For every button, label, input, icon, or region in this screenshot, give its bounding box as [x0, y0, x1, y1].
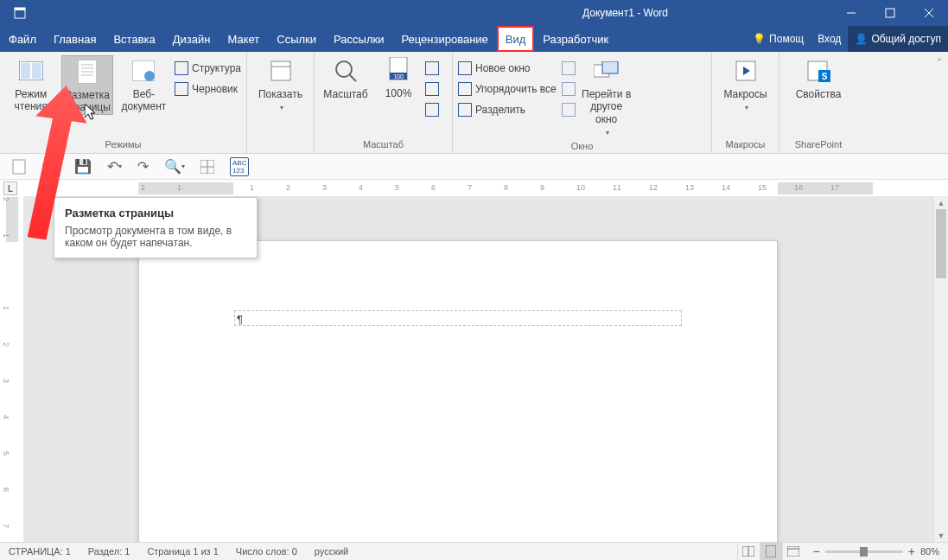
reset-window-button[interactable]	[562, 100, 576, 119]
group-label-views: Режимы	[0, 139, 246, 153]
web-layout-button[interactable]: Веб- документ	[118, 55, 169, 113]
qat-open-button[interactable]: 📂	[41, 158, 59, 175]
zoom-out-button[interactable]: −	[813, 544, 820, 558]
tab-developer[interactable]: Разработчик	[534, 26, 617, 52]
status-word-count[interactable]: Число слов: 0	[227, 546, 306, 557]
close-button[interactable]	[909, 0, 948, 26]
ribbon-tabs: Файл Главная Вставка Дизайн Макет Ссылки…	[0, 26, 948, 52]
zoom-level[interactable]: 80%	[920, 546, 939, 557]
group-label-macros: Макросы	[712, 139, 779, 153]
outline-button[interactable]: Структура	[175, 59, 241, 78]
page[interactable]: ¶	[138, 240, 778, 542]
multi-page-button[interactable]	[425, 80, 439, 99]
outline-icon	[175, 61, 188, 75]
read-mode-button[interactable]: Режим чтения	[5, 55, 56, 113]
show-icon	[267, 57, 295, 85]
view-web-layout-button[interactable]	[782, 543, 805, 561]
properties-button[interactable]: S Свойства	[792, 55, 844, 100]
tab-selector[interactable]: L	[3, 181, 17, 195]
switch-windows-icon	[593, 57, 620, 85]
svg-rect-3	[886, 9, 894, 17]
qat-undo-button[interactable]: ↶ ▾	[107, 158, 122, 175]
one-page-button[interactable]	[425, 59, 439, 78]
print-layout-button[interactable]: Разметка страницы	[61, 55, 112, 115]
collapse-ribbon-button[interactable]: ⌃	[936, 57, 943, 67]
multi-page-icon	[425, 82, 439, 96]
view-print-layout-button[interactable]	[760, 543, 782, 561]
sync-scroll-button[interactable]	[562, 80, 576, 99]
svg-text:S: S	[822, 72, 828, 81]
ribbon-display-options[interactable]	[0, 0, 39, 26]
zoom-100-button[interactable]: 100 100%	[377, 55, 420, 100]
qat-spelling-button[interactable]: ABC123	[230, 157, 249, 176]
split-icon	[458, 103, 472, 117]
page-width-button[interactable]	[425, 100, 439, 119]
zoom-button[interactable]: Масштаб	[320, 55, 372, 100]
qat-save-button[interactable]: 💾	[74, 158, 92, 175]
tab-review[interactable]: Рецензирование	[392, 26, 496, 52]
scroll-up-button[interactable]: ▲	[934, 197, 948, 209]
reset-window-icon	[562, 103, 576, 117]
qat-table-button[interactable]	[200, 160, 214, 174]
qat-new-button[interactable]	[12, 159, 26, 175]
tab-view[interactable]: Вид	[497, 26, 535, 52]
lightbulb-icon: 💡	[753, 33, 766, 45]
read-mode-icon	[17, 57, 45, 85]
vertical-ruler[interactable]: 211234567	[0, 197, 24, 542]
zoom-in-button[interactable]: +	[908, 544, 915, 558]
svg-rect-30	[13, 160, 25, 174]
tab-insert[interactable]: Вставка	[105, 26, 163, 52]
group-label-sharepoint: SharePoint	[779, 139, 857, 153]
maximize-button[interactable]	[870, 0, 909, 26]
draft-button[interactable]: Черновик	[175, 80, 241, 99]
scroll-thumb[interactable]	[936, 209, 946, 278]
vertical-scrollbar[interactable]: ▲ ▼	[933, 197, 948, 542]
share-button[interactable]: 👤Общий доступ	[848, 26, 948, 52]
view-read-mode-button[interactable]	[737, 543, 760, 561]
new-window-button[interactable]: Новое окно	[458, 59, 557, 78]
tooltip: Разметка страницы Просмотр документа в т…	[54, 197, 258, 258]
tell-me[interactable]: 💡Помощ	[746, 33, 811, 45]
text-area[interactable]: ¶	[234, 310, 682, 326]
tooltip-body: Просмотр документа в том виде, в каком о…	[65, 225, 246, 249]
tab-design[interactable]: Дизайн	[164, 26, 220, 52]
zoom-100-icon: 100	[388, 57, 409, 84]
tab-references[interactable]: Ссылки	[268, 26, 325, 52]
web-layout-icon	[130, 57, 157, 85]
svg-rect-16	[271, 61, 290, 80]
scroll-down-button[interactable]: ▼	[934, 530, 948, 542]
status-language[interactable]: русский	[306, 546, 357, 557]
status-section[interactable]: Раздел: 1	[80, 546, 139, 557]
svg-rect-39	[787, 546, 799, 557]
window-title: Документ1 - Word	[419, 7, 831, 19]
properties-icon: S	[805, 57, 832, 85]
status-page[interactable]: СТРАНИЦА: 1	[0, 546, 80, 557]
group-macros: Макросы Макросы	[712, 52, 779, 153]
sign-in[interactable]: Вход	[811, 33, 848, 45]
svg-rect-1	[15, 8, 25, 10]
draft-icon	[175, 82, 188, 96]
svg-text:100: 100	[393, 73, 404, 80]
minimize-button[interactable]	[831, 0, 870, 26]
show-button[interactable]: Показать	[255, 55, 307, 112]
qat-redo-button[interactable]: ↷	[137, 158, 149, 175]
svg-rect-7	[21, 63, 30, 79]
svg-point-18	[336, 61, 352, 77]
macros-button[interactable]: Макросы	[720, 55, 772, 112]
tab-mailings[interactable]: Рассылки	[325, 26, 392, 52]
svg-rect-38	[766, 545, 776, 557]
group-label-window: Окно	[453, 141, 711, 155]
status-page-of[interactable]: Страница 1 из 1	[138, 546, 226, 557]
qat-print-preview-button[interactable]: 🔍▾	[164, 158, 185, 175]
group-label-zoom: Масштаб	[315, 139, 452, 153]
arrange-all-button[interactable]: Упорядочить все	[458, 80, 557, 99]
horizontal-ruler[interactable]: 211234567891011121314151617	[24, 180, 948, 197]
tab-file[interactable]: Файл	[0, 26, 45, 52]
switch-windows-button[interactable]: Перейти в другое окно	[581, 55, 633, 137]
zoom-slider[interactable]	[825, 550, 903, 553]
split-button[interactable]: Разделить	[458, 100, 557, 119]
tab-home[interactable]: Главная	[45, 26, 105, 52]
svg-rect-24	[602, 61, 618, 73]
tab-layout[interactable]: Макет	[219, 26, 268, 52]
view-side-by-side-button[interactable]	[562, 59, 576, 78]
